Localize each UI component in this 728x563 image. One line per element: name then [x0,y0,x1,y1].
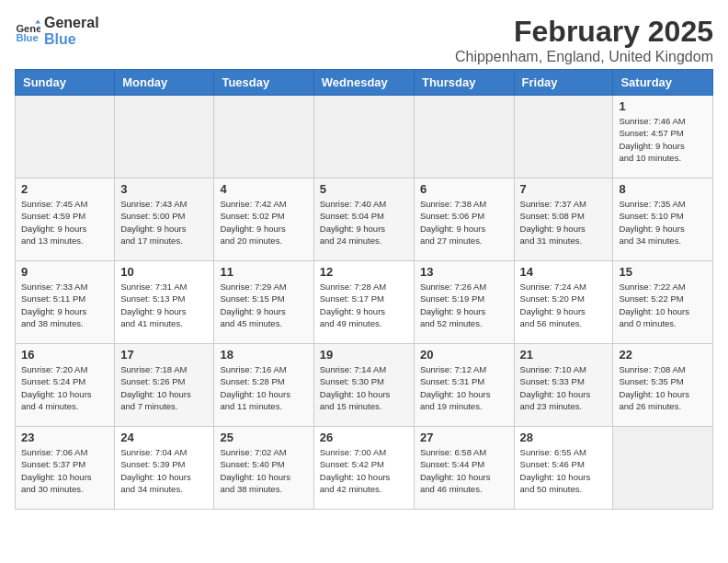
day-number: 25 [220,431,307,444]
calendar-cell: 9Sunrise: 7:33 AM Sunset: 5:11 PM Daylig… [16,261,115,344]
calendar-cell [514,96,613,178]
calendar-cell: 6Sunrise: 7:38 AM Sunset: 5:06 PM Daylig… [414,178,514,261]
day-number: 11 [220,265,307,279]
day-info: Sunrise: 7:40 AM Sunset: 5:04 PM Dayligh… [320,198,408,247]
day-info: Sunrise: 7:02 AM Sunset: 5:40 PM Dayligh… [220,446,307,495]
calendar-cell: 1Sunrise: 7:46 AM Sunset: 4:57 PM Daylig… [613,96,713,178]
day-number: 10 [120,265,208,279]
day-number: 15 [619,265,707,279]
calendar-cell: 21Sunrise: 7:10 AM Sunset: 5:33 PM Dayli… [514,344,613,427]
week-row-2: 2Sunrise: 7:45 AM Sunset: 4:59 PM Daylig… [16,178,713,261]
calendar-cell: 2Sunrise: 7:45 AM Sunset: 4:59 PM Daylig… [16,178,115,261]
calendar-cell: 19Sunrise: 7:14 AM Sunset: 5:30 PM Dayli… [313,344,414,427]
day-info: Sunrise: 7:29 AM Sunset: 5:15 PM Dayligh… [220,281,307,329]
day-info: Sunrise: 7:42 AM Sunset: 5:02 PM Dayligh… [220,198,307,247]
day-info: Sunrise: 7:12 AM Sunset: 5:31 PM Dayligh… [420,363,508,412]
day-number: 13 [420,265,508,279]
week-row-5: 23Sunrise: 7:06 AM Sunset: 5:37 PM Dayli… [16,427,713,510]
day-number: 9 [21,265,108,279]
calendar-cell: 10Sunrise: 7:31 AM Sunset: 5:13 PM Dayli… [115,261,214,344]
weekday-header-monday: Monday [115,70,214,96]
day-info: Sunrise: 7:31 AM Sunset: 5:13 PM Dayligh… [120,281,208,329]
day-number: 27 [420,431,508,444]
day-number: 21 [520,348,608,362]
day-info: Sunrise: 7:38 AM Sunset: 5:06 PM Dayligh… [420,198,508,247]
calendar-cell: 13Sunrise: 7:26 AM Sunset: 5:19 PM Dayli… [414,261,514,344]
calendar-cell: 16Sunrise: 7:20 AM Sunset: 5:24 PM Dayli… [16,344,115,427]
day-number: 22 [619,348,707,362]
day-number: 16 [21,348,108,362]
calendar-cell [16,96,115,178]
calendar-cell [414,96,514,178]
weekday-header-saturday: Saturday [613,70,713,96]
week-row-3: 9Sunrise: 7:33 AM Sunset: 5:11 PM Daylig… [16,261,713,344]
calendar-cell: 12Sunrise: 7:28 AM Sunset: 5:17 PM Dayli… [313,261,414,344]
day-info: Sunrise: 7:22 AM Sunset: 5:22 PM Dayligh… [619,281,707,329]
day-info: Sunrise: 7:24 AM Sunset: 5:20 PM Dayligh… [520,281,608,329]
svg-marker-2 [35,19,40,23]
logo-blue: Blue [44,31,99,48]
day-number: 12 [320,265,408,279]
day-number: 7 [520,182,608,196]
svg-text:Blue: Blue [16,32,38,43]
weekday-header-friday: Friday [514,70,613,96]
calendar-cell: 5Sunrise: 7:40 AM Sunset: 5:04 PM Daylig… [313,178,414,261]
day-number: 23 [21,431,108,444]
title-area: February 2025 Chippenham, England, Unite… [455,15,713,65]
day-number: 14 [520,265,608,279]
calendar-cell [115,96,214,178]
day-info: Sunrise: 7:06 AM Sunset: 5:37 PM Dayligh… [21,446,108,495]
calendar-table: SundayMondayTuesdayWednesdayThursdayFrid… [15,69,713,510]
calendar-cell: 11Sunrise: 7:29 AM Sunset: 5:15 PM Dayli… [214,261,313,344]
logo: General Blue General Blue [15,15,99,48]
day-info: Sunrise: 7:35 AM Sunset: 5:10 PM Dayligh… [619,198,707,247]
calendar-cell [313,96,414,178]
calendar-cell: 4Sunrise: 7:42 AM Sunset: 5:02 PM Daylig… [214,178,313,261]
calendar-cell: 14Sunrise: 7:24 AM Sunset: 5:20 PM Dayli… [514,261,613,344]
day-info: Sunrise: 7:46 AM Sunset: 4:57 PM Dayligh… [619,115,707,164]
day-info: Sunrise: 7:37 AM Sunset: 5:08 PM Dayligh… [520,198,608,247]
day-number: 6 [420,182,508,196]
day-info: Sunrise: 7:18 AM Sunset: 5:26 PM Dayligh… [120,363,208,412]
day-info: Sunrise: 7:16 AM Sunset: 5:28 PM Dayligh… [220,363,307,412]
calendar-cell: 26Sunrise: 7:00 AM Sunset: 5:42 PM Dayli… [313,427,414,510]
week-row-1: 1Sunrise: 7:46 AM Sunset: 4:57 PM Daylig… [16,96,713,178]
day-number: 18 [220,348,307,362]
weekday-header-wednesday: Wednesday [313,70,414,96]
day-info: Sunrise: 7:10 AM Sunset: 5:33 PM Dayligh… [520,363,608,412]
calendar-cell: 15Sunrise: 7:22 AM Sunset: 5:22 PM Dayli… [613,261,713,344]
day-number: 17 [120,348,208,362]
month-year: February 2025 [455,15,713,49]
header: General Blue General Blue February 2025 … [15,15,713,65]
day-number: 28 [520,431,608,444]
day-info: Sunrise: 7:43 AM Sunset: 5:00 PM Dayligh… [120,198,208,247]
calendar-cell: 18Sunrise: 7:16 AM Sunset: 5:28 PM Dayli… [214,344,313,427]
calendar-cell: 8Sunrise: 7:35 AM Sunset: 5:10 PM Daylig… [613,178,713,261]
day-info: Sunrise: 7:14 AM Sunset: 5:30 PM Dayligh… [320,363,408,412]
day-number: 24 [120,431,208,444]
day-info: Sunrise: 7:45 AM Sunset: 4:59 PM Dayligh… [21,198,108,247]
day-info: Sunrise: 7:33 AM Sunset: 5:11 PM Dayligh… [21,281,108,329]
day-number: 20 [420,348,508,362]
day-number: 1 [619,99,707,113]
logo-general: General [44,15,99,31]
calendar-cell: 23Sunrise: 7:06 AM Sunset: 5:37 PM Dayli… [16,427,115,510]
calendar-cell: 27Sunrise: 6:58 AM Sunset: 5:44 PM Dayli… [414,427,514,510]
calendar-cell: 3Sunrise: 7:43 AM Sunset: 5:00 PM Daylig… [115,178,214,261]
calendar-cell: 7Sunrise: 7:37 AM Sunset: 5:08 PM Daylig… [514,178,613,261]
location: Chippenham, England, United Kingdom [455,49,713,65]
weekday-header-sunday: Sunday [16,70,115,96]
calendar-cell: 17Sunrise: 7:18 AM Sunset: 5:26 PM Dayli… [115,344,214,427]
day-info: Sunrise: 7:00 AM Sunset: 5:42 PM Dayligh… [320,446,408,495]
weekday-header-thursday: Thursday [414,70,514,96]
day-number: 26 [320,431,408,444]
day-info: Sunrise: 6:55 AM Sunset: 5:46 PM Dayligh… [520,446,608,495]
week-row-4: 16Sunrise: 7:20 AM Sunset: 5:24 PM Dayli… [16,344,713,427]
weekday-header-tuesday: Tuesday [214,70,313,96]
calendar-cell [613,427,713,510]
day-number: 19 [320,348,408,362]
day-info: Sunrise: 7:20 AM Sunset: 5:24 PM Dayligh… [21,363,108,412]
logo-icon: General Blue [15,18,40,44]
calendar-cell: 20Sunrise: 7:12 AM Sunset: 5:31 PM Dayli… [414,344,514,427]
day-info: Sunrise: 6:58 AM Sunset: 5:44 PM Dayligh… [420,446,508,495]
